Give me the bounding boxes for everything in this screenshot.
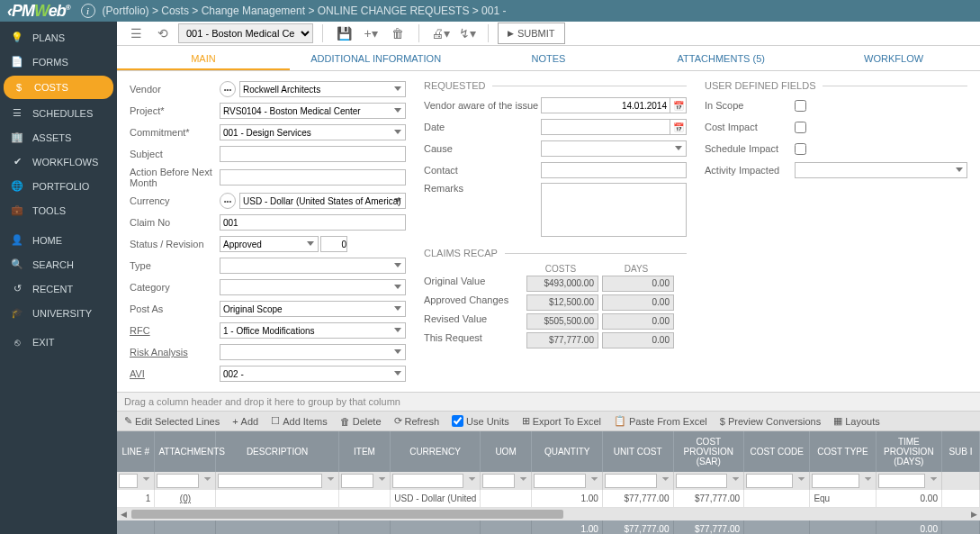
paste-excel-button[interactable]: 📋 Paste From Excel [614,415,707,427]
currency-lookup[interactable]: ••• [220,193,236,209]
col-cost-prov[interactable]: COST PROVISION (SAR) [673,431,744,472]
refresh-icon[interactable]: ⟲ [151,22,175,45]
risk-select[interactable] [220,344,406,360]
delete-icon[interactable]: 🗑 [386,22,409,45]
label-rfc[interactable]: RFC [130,325,220,336]
col-cost-type[interactable]: COST TYPE [810,431,876,472]
sidebar-item-plans[interactable]: 💡PLANS [0,25,117,50]
calendar-icon[interactable]: 📅 [670,97,687,113]
tab-additional[interactable]: ADDITIONAL INFORMATION [290,46,463,70]
vendor-aware-date[interactable] [541,97,670,113]
currency-select[interactable]: USD - Dollar (United States of America) [239,193,406,209]
label-avi[interactable]: AVI [130,368,220,379]
col-attach[interactable]: ATTACHMENTS [155,431,216,472]
filter-attach[interactable] [157,474,199,488]
sidebar-item-search[interactable]: 🔍SEARCH [0,252,117,276]
add-line-button[interactable]: + Add [232,415,258,427]
col-sub[interactable]: SUB I [942,431,980,472]
filter-item[interactable] [341,474,374,488]
date-input[interactable] [541,119,670,135]
sidebar-item-home[interactable]: 👤HOME [0,228,117,252]
col-cost-code[interactable]: COST CODE [744,431,810,472]
edit-lines-button[interactable]: ✎ Edit Selected Lines [124,415,220,427]
label-risk[interactable]: Risk Analysis [130,347,220,358]
scroll-thumb[interactable] [131,510,563,519]
group-bar[interactable]: Drag a column header and drop it here to… [117,393,980,412]
filter-time-prov[interactable] [878,474,925,488]
submit-button[interactable]: SUBMIT [498,23,565,44]
filter-cost-type[interactable] [812,474,859,488]
sidebar-item-recent[interactable]: ↺RECENT [0,276,117,301]
col-qty[interactable]: QUANTITY [532,431,603,472]
project-select[interactable]: 001 - Boston Medical Center - [178,23,313,43]
cause-select[interactable] [541,140,687,157]
delete-line-button[interactable]: 🗑 Delete [340,415,382,427]
category-select[interactable] [220,279,406,295]
action-before-input[interactable] [220,169,406,186]
filter-currency[interactable] [392,474,463,488]
post-as-select[interactable]: Original Scope [220,301,406,317]
export-excel-button[interactable]: ⊞ Export To Excel [522,415,601,427]
table-row[interactable]: 1 (0) USD - Dollar (United States of Ame… [117,490,980,508]
rfc-select[interactable]: 1 - Office Modifications [220,322,406,339]
activity-impacted-select[interactable] [795,162,967,178]
filter-uom[interactable] [482,474,516,488]
tab-workflow[interactable]: WORKFLOW [807,46,980,70]
info-icon[interactable]: i [81,4,95,18]
col-line[interactable]: LINE # [117,431,155,472]
col-unit-cost[interactable]: UNIT COST [602,431,673,472]
tab-notes[interactable]: NOTES [463,46,635,70]
use-units-toggle[interactable]: Use Units [452,415,509,427]
col-desc[interactable]: DESCRIPTION [216,431,338,472]
horizontal-scrollbar[interactable]: ◀ ▶ [117,508,980,520]
filter-cost-prov[interactable] [676,474,728,488]
sidebar-item-forms[interactable]: 📄FORMS [0,50,117,74]
filter-qty[interactable] [534,474,586,488]
tab-main[interactable]: MAIN [117,46,290,70]
remarks-textarea[interactable] [541,183,687,237]
vendor-select[interactable]: Rockwell Architects [239,81,406,97]
subject-input[interactable] [220,146,406,162]
save-icon[interactable]: 💾 [332,22,355,45]
add-icon[interactable]: +▾ [359,22,382,45]
add-items-button[interactable]: ☐ Add Items [271,415,328,427]
col-currency[interactable]: CURRENCY [391,431,481,472]
scroll-right-icon[interactable]: ▶ [967,510,980,519]
status-select[interactable]: Approved [220,236,319,252]
col-uom[interactable]: UOM [480,431,532,472]
sidebar-item-portfolio[interactable]: 🌐PORTFOLIO [0,174,117,198]
claim-no-input[interactable] [220,214,406,231]
sidebar-item-exit[interactable]: ⎋EXIT [0,330,117,354]
col-item[interactable]: ITEM [338,431,391,472]
calendar-icon-2[interactable]: 📅 [670,119,687,135]
scroll-left-icon[interactable]: ◀ [117,510,130,519]
sidebar-item-tools[interactable]: 💼TOOLS [0,198,117,222]
vendor-lookup[interactable]: ••• [220,81,236,97]
filter-cost-code[interactable] [746,474,793,488]
type-select[interactable] [220,258,406,274]
preview-conversions-button[interactable]: $ Preview Conversions [720,415,821,427]
schedule-impact-checkbox[interactable] [795,143,806,155]
contact-input[interactable] [541,162,687,178]
filter-line[interactable] [119,474,138,488]
commitment-select[interactable]: 001 - Design Services [220,124,406,140]
avi-select[interactable]: 002 - [220,366,406,382]
tab-attachments[interactable]: ATTACHMENTS (5) [634,46,807,70]
filter-desc[interactable] [218,474,321,488]
revision-input[interactable] [320,236,347,252]
sidebar-item-schedules[interactable]: ☰SCHEDULES [0,101,117,125]
sidebar-item-workflows[interactable]: ✔WORKFLOWS [0,149,117,174]
col-time-prov[interactable]: TIME PROVISION (DAYS) [876,431,941,472]
layouts-button[interactable]: ▦ Layouts [833,415,880,427]
filter-unit-cost[interactable] [605,474,657,488]
in-scope-checkbox[interactable] [795,100,806,112]
project-field[interactable]: RVS0104 - Boston Medical Center [220,103,406,119]
filter-icon[interactable]: ⏷ [141,474,152,484]
menu-icon[interactable]: ☰ [124,22,148,45]
print-icon[interactable]: 🖨▾ [428,22,452,45]
sidebar-item-assets[interactable]: 🏢ASSETS [0,125,117,149]
sidebar-item-university[interactable]: 🎓UNIVERSITY [0,301,117,325]
refresh-grid-button[interactable]: ⟳ Refresh [394,415,440,427]
action-icon[interactable]: ↯▾ [455,22,479,45]
cost-impact-checkbox[interactable] [795,122,806,133]
